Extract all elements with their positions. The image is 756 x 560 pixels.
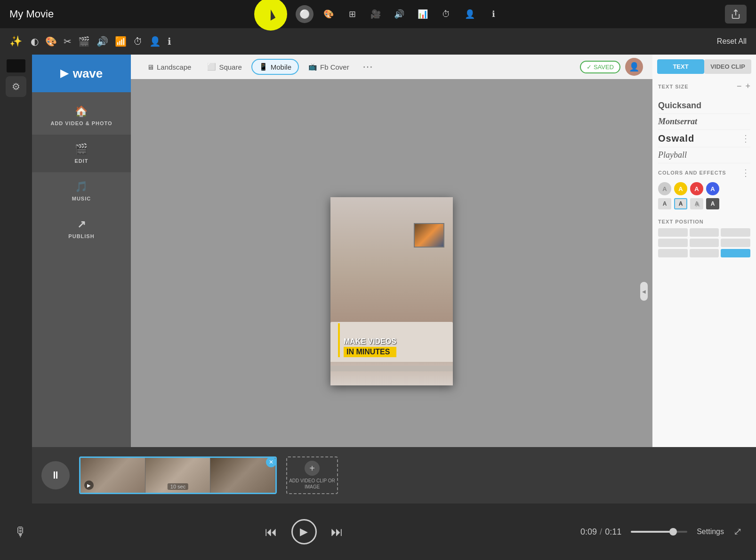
left-sidebar: ⚙ [0,55,32,478]
filter-icon[interactable]: ⚪ [296,5,314,23]
tab-fb-cover[interactable]: 📺 Fb Cover [302,60,356,74]
nav-item-edit[interactable]: 🎬 EDIT [32,135,131,172]
crop-tool-icon[interactable]: ✂ [64,36,72,47]
tab-landscape[interactable]: 🖥 Landscape [140,60,198,74]
second-toolbar: ✨ ◐ 🎨 ✂ 🎬 🔊 📶 ⏱ 👤 ℹ Reset All [0,28,756,55]
decrease-size-button[interactable]: − [737,81,742,91]
canvas-wrapper: MAKE VIDEOS IN MINUTES ◀ [131,79,652,504]
tab-video-clip[interactable]: VIDEO CLIP [704,59,751,74]
effect-shadow[interactable]: A [690,198,703,209]
font-item-playball[interactable]: Playball [658,147,750,163]
fb-cover-icon: 📺 [308,63,317,71]
main-layout: ▶ wave 🏠 ADD VIDEO & PHOTO 🎬 EDIT 🎵 MUSI… [32,55,756,504]
fb-cover-label: Fb Cover [320,63,349,71]
reset-all-button[interactable]: Reset All [717,37,747,46]
filter-tool-icon[interactable]: ◐ [31,36,39,47]
nav-item-music[interactable]: 🎵 MUSIC [32,172,131,210]
pos-top-left[interactable] [658,228,688,237]
canvas-text-line1: MAKE VIDEOS [344,337,396,346]
color-red[interactable]: A [690,182,703,195]
palette-icon[interactable]: 🎨 [320,6,337,23]
landscape-icon: 🖥 [147,63,154,71]
speed-icon[interactable]: ⏱ [438,6,455,23]
camera-icon[interactable]: 🎥 [367,6,384,23]
pos-mid-right[interactable] [721,239,750,247]
user-icon[interactable]: 👤 [149,36,161,47]
format-more-icon[interactable]: ⋯ [359,61,377,73]
magic-wand-icon[interactable]: ✨ [9,35,22,48]
people-icon[interactable]: 👤 [461,6,478,23]
bar-chart-icon[interactable]: 📶 [115,36,127,47]
font-item-oswald[interactable]: Oswald ⋮ [658,130,750,147]
color-yellow[interactable]: A [674,182,687,195]
tab-text[interactable]: TEXT [657,59,704,74]
pos-mid-center[interactable] [690,239,719,247]
tab-mobile[interactable]: 📱 Mobile [251,59,299,75]
play-button[interactable]: ▶ [291,519,317,544]
font-item-quicksand[interactable]: Quicksand [658,98,750,114]
tab-square[interactable]: ⬜ Square [201,60,248,74]
pause-icon: ⏸ [50,469,61,481]
nav-item-publish[interactable]: ↗ PUBLISH [32,210,131,248]
nav-items: 🏠 ADD VIDEO & PHOTO 🎬 EDIT 🎵 MUSIC ↗ PUB… [32,92,131,504]
saved-label: SAVED [594,64,614,71]
clip-play-button[interactable]: ▶ [84,480,94,490]
square-label: Square [219,63,241,71]
share-button[interactable] [725,5,747,24]
expand-icon[interactable]: ⤢ [733,526,742,538]
pos-bot-right[interactable] [721,249,750,257]
settings-gear-icon[interactable]: ⚙ [6,76,26,97]
effect-none[interactable]: A [658,198,671,209]
color-tool-icon[interactable]: 🎨 [45,36,57,47]
canvas-area: 🖥 Landscape ⬜ Square 📱 Mobile 📺 Fb Cover… [131,55,652,504]
effect-outline[interactable]: A [674,198,687,209]
effect-background[interactable]: A [706,198,719,209]
publish-icon: ↗ [77,218,86,231]
progress-thumb[interactable] [669,528,677,536]
microphone-icon[interactable]: 🎙 [14,524,27,540]
settings-button[interactable]: Settings [697,528,724,536]
info-tool-icon[interactable]: ℹ [168,36,171,47]
font-more-icon[interactable]: ⋮ [741,133,750,144]
progress-track[interactable] [631,531,687,533]
position-grid [658,228,750,257]
colors-more-icon[interactable]: ⋮ [741,167,750,178]
edit-icon: 🎬 [75,143,88,155]
sofa-base [330,366,453,371]
colors-section: COLORS AND EFFECTS ⋮ A A A A A A A A [652,163,756,213]
user-avatar[interactable]: 👤 [625,58,643,76]
audio-tool-icon[interactable]: 🔊 [97,36,108,47]
check-icon: ✓ [587,64,592,71]
audio-icon[interactable]: 🔊 [391,6,408,23]
timer-icon[interactable]: ⏱ [133,36,143,47]
top-bar: My Movie ⚪ 🎨 ⊞ 🎥 🔊 📊 ⏱ 👤 ℹ [0,0,756,28]
pos-bot-center[interactable] [690,249,719,257]
info-icon[interactable]: ℹ [485,6,502,23]
skip-back-button[interactable]: ⏮ [265,525,277,539]
add-clip-box[interactable]: + ADD VIDEO CLIP OR IMAGE [286,456,338,494]
clip-close-button[interactable]: ✕ [266,457,276,467]
panel-resize-handle[interactable]: ◀ [640,282,648,301]
bottom-center: ⏮ ▶ ⏭ [265,519,343,544]
color-blue[interactable]: A [706,182,719,195]
time-display: 0:09 / 0:11 [580,527,621,537]
font-item-montserrat[interactable]: Montserrat [658,114,750,130]
wall-painting [414,223,444,248]
pause-button[interactable]: ⏸ [41,461,70,489]
progress-fill [631,531,673,533]
timeline-clip[interactable]: ✕ ▶ 10 sec [79,456,277,494]
skip-forward-button[interactable]: ⏭ [331,525,343,539]
nav-item-add-video[interactable]: 🏠 ADD VIDEO & PHOTO [32,97,131,135]
color-gray[interactable]: A [658,182,671,195]
small-preview [7,59,25,72]
play-icon: ▶ [300,526,308,538]
crop-icon[interactable]: ⊞ [344,6,361,23]
pos-mid-left[interactable] [658,239,688,247]
pos-top-center[interactable] [690,228,719,237]
chart-icon[interactable]: 📊 [414,6,431,23]
text-content: MAKE VIDEOS IN MINUTES [338,337,396,357]
video-tool-icon[interactable]: 🎬 [78,36,90,47]
increase-size-button[interactable]: + [745,81,750,91]
pos-top-right[interactable] [721,228,750,237]
pos-bot-left[interactable] [658,249,688,257]
